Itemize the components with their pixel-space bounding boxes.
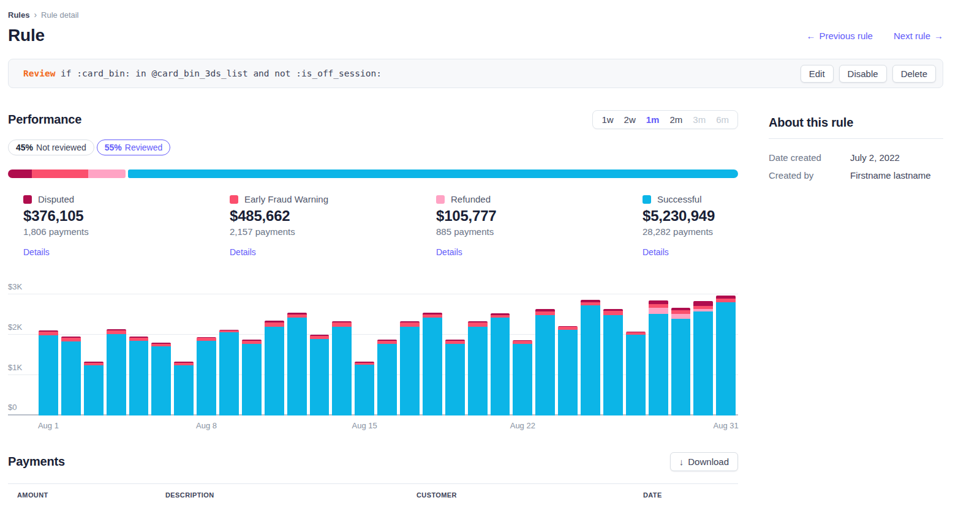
chart-bar-aug-1[interactable]: Aug 1	[39, 294, 58, 415]
chart-bar-aug-16[interactable]	[377, 294, 397, 415]
reviewed-pill[interactable]: 55% Reviewed	[97, 140, 171, 155]
bar-stack	[265, 321, 284, 415]
about-sidebar: About this rule Date created July 2, 202…	[769, 110, 943, 499]
chart-bar-aug-13[interactable]	[310, 294, 330, 415]
chart-bar-aug-14[interactable]	[332, 294, 352, 415]
chart-bar-aug-24[interactable]	[558, 294, 578, 415]
chart-bar-aug-25[interactable]	[581, 294, 600, 415]
download-button[interactable]: ↓ Download	[670, 452, 738, 471]
payments-heading: Payments	[8, 455, 65, 469]
bar-stack	[377, 340, 397, 415]
download-icon: ↓	[679, 456, 684, 467]
stat-label: Successful	[657, 194, 702, 204]
x-axis-label: Aug 31	[714, 421, 739, 430]
chart-bar-aug-20[interactable]	[468, 294, 488, 415]
rule-detail-page: Rules › Rule detail Rule ← Previous rule…	[0, 0, 980, 499]
bar-stack	[287, 313, 307, 415]
payments-volume-chart: $3K $2K $1K $0 Aug 1Aug 8Aug 15Aug 22Aug…	[8, 272, 738, 426]
bar-stack	[468, 321, 488, 415]
range-option-2m[interactable]: 2m	[669, 114, 682, 125]
chart-bar-aug-7[interactable]	[174, 294, 194, 415]
column-header-date: DATE	[643, 491, 738, 499]
bar-segment-early-fraud-warning	[400, 322, 420, 327]
bar-segment-successful	[242, 344, 262, 415]
not-reviewed-pill[interactable]: 45% Not reviewed	[8, 140, 94, 155]
chart-bar-aug-8[interactable]: Aug 8	[197, 294, 216, 415]
disable-button[interactable]: Disable	[839, 65, 887, 83]
chart-bar-aug-21[interactable]	[491, 294, 510, 415]
chart-bar-aug-30[interactable]	[693, 294, 713, 415]
chart-bar-aug-11[interactable]	[265, 294, 284, 415]
about-value: July 2, 2022	[850, 152, 943, 163]
chart-bar-aug-5[interactable]	[129, 294, 149, 415]
chart-bar-aug-10[interactable]	[242, 294, 262, 415]
rule-expression: if :card_bin: in @card_bin_3ds_list and …	[55, 69, 382, 78]
chart-bar-aug-2[interactable]	[61, 294, 81, 415]
outcome-distribution-bar	[8, 169, 738, 178]
y-tick-2k: $2K	[8, 322, 22, 332]
chart-bar-aug-12[interactable]	[287, 294, 307, 415]
chart-bar-aug-31[interactable]: Aug 31	[716, 294, 736, 415]
breadcrumb-rules-link[interactable]: Rules	[8, 10, 29, 20]
x-axis-label: Aug 22	[510, 421, 535, 430]
refunded-details-link[interactable]: Details	[436, 247, 462, 257]
successful-details-link[interactable]: Details	[643, 247, 669, 257]
bar-stack	[671, 308, 691, 415]
stat-refunded: Refunded $105,777 885 payments Details	[436, 194, 643, 258]
chart-bar-aug-28[interactable]	[649, 294, 668, 415]
stat-label: Early Fraud Warning	[244, 194, 328, 204]
reviewed-label: Reviewed	[125, 143, 162, 152]
right-arrow-icon: →	[934, 31, 943, 41]
delete-button[interactable]: Delete	[892, 65, 936, 83]
stat-disputed: Disputed $376,105 1,806 payments Details	[23, 194, 230, 258]
bar-segment-early-fraud-warning	[265, 322, 284, 327]
bar-segment-successful	[61, 341, 81, 415]
range-option-1w[interactable]: 1w	[601, 114, 613, 125]
chart-bar-aug-15[interactable]: Aug 15	[355, 294, 374, 415]
chart-bar-aug-9[interactable]	[219, 294, 239, 415]
y-tick-1k: $1K	[8, 363, 22, 372]
early-fraud-warning-legend-swatch	[230, 195, 238, 204]
y-tick-3k: $3K	[8, 282, 22, 291]
chart-bar-aug-23[interactable]	[535, 294, 555, 415]
payments-table-header: AMOUNT DESCRIPTION CUSTOMER DATE	[8, 491, 738, 499]
bar-segment-successful	[39, 335, 58, 415]
chart-bar-aug-22[interactable]: Aug 22	[513, 294, 532, 415]
early-fraud-warning-details-link[interactable]: Details	[230, 247, 256, 257]
chevron-right-icon: ›	[34, 10, 37, 20]
stat-payments-count: 1,806 payments	[23, 226, 230, 237]
bar-segment-successful	[84, 365, 104, 416]
about-label: Date created	[769, 152, 850, 163]
bar-stack	[535, 309, 555, 415]
range-option-1m[interactable]: 1m	[646, 114, 660, 125]
chart-bar-aug-4[interactable]	[107, 294, 126, 415]
chart-bar-aug-29[interactable]	[671, 294, 691, 415]
bar-segment-successful	[310, 339, 330, 415]
successful-legend-swatch	[643, 195, 651, 204]
chart-bar-aug-6[interactable]	[151, 294, 171, 415]
disputed-details-link[interactable]: Details	[23, 247, 50, 257]
chart-bar-aug-19[interactable]	[445, 294, 465, 415]
stat-amount: $5,230,949	[643, 207, 738, 225]
about-row-date-created: Date created July 2, 2022	[769, 149, 943, 166]
chart-bar-aug-3[interactable]	[84, 294, 104, 415]
range-option-6m: 6m	[716, 114, 729, 125]
chart-bar-aug-26[interactable]	[603, 294, 623, 415]
previous-rule-link[interactable]: ← Previous rule	[806, 31, 873, 41]
edit-button[interactable]: Edit	[801, 65, 834, 83]
bar-segment-successful	[603, 315, 623, 415]
bar-segment-successful	[716, 302, 736, 415]
chart-bar-aug-17[interactable]	[400, 294, 420, 415]
chart-bar-aug-27[interactable]	[626, 294, 646, 415]
bar-segment-successful	[197, 341, 216, 415]
range-option-2w[interactable]: 2w	[624, 114, 636, 125]
x-axis-label: Aug 15	[352, 421, 377, 430]
performance-heading: Performance	[8, 113, 81, 127]
about-row-created-by: Created by Firstname lastname	[769, 166, 943, 184]
bar-stack	[39, 330, 58, 415]
bar-stack	[129, 337, 149, 415]
bar-stack	[693, 301, 713, 415]
x-axis-label: Aug 8	[196, 421, 217, 430]
next-rule-link[interactable]: Next rule →	[894, 31, 943, 41]
chart-bar-aug-18[interactable]	[423, 294, 442, 415]
